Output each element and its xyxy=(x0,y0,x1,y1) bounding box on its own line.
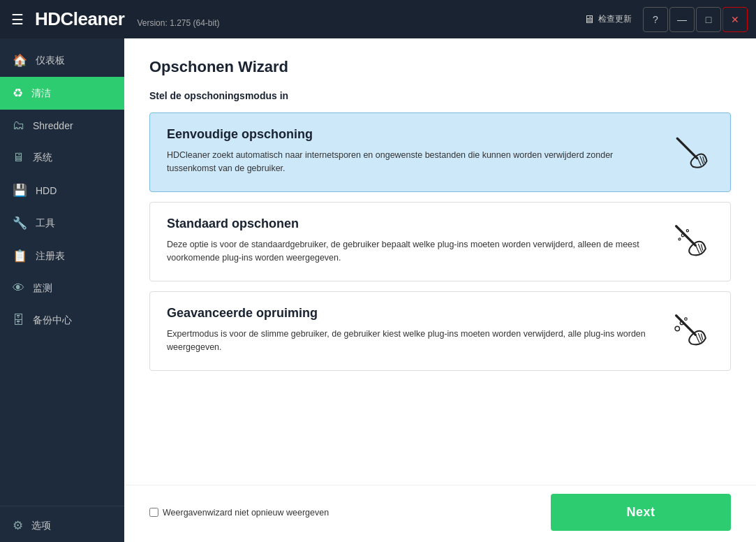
backup-icon: 🗄 xyxy=(13,314,24,328)
titlebar-right: 🖥 检查更新 ? — □ ✕ xyxy=(578,7,748,32)
option-advanced-desc: Expertmodus is voor de slimme gebruiker,… xyxy=(167,328,652,354)
option-standard-title: Standaard opschonen xyxy=(167,217,652,231)
close-button[interactable]: ✕ xyxy=(722,7,748,32)
options-icon: ⚙ xyxy=(13,518,23,533)
svg-point-8 xyxy=(681,233,684,236)
sidebar-label-clean: 清洁 xyxy=(31,87,51,100)
sidebar-item-hdd[interactable]: 💾 HDD xyxy=(0,174,124,207)
advanced-broom-icon xyxy=(663,306,713,356)
system-icon: 🖥 xyxy=(13,151,24,165)
app-body: 🏠 仪表板 ♻ 清洁 🗂 Shredder 🖥 系统 💾 HDD 🔧 工具 📋 … xyxy=(0,38,756,542)
no-wizard-checkbox[interactable] xyxy=(149,508,158,517)
sidebar-label-dashboard: 仪表板 xyxy=(36,54,65,67)
sidebar-item-monitor[interactable]: 👁 监测 xyxy=(0,272,124,305)
sidebar-item-shredder[interactable]: 🗂 Shredder xyxy=(0,110,124,142)
option-card-advanced[interactable]: Geavanceerde opruiming Expertmodus is vo… xyxy=(149,291,731,371)
sidebar-item-options[interactable]: ⚙ 选项 xyxy=(0,509,124,542)
tools-icon: 🔧 xyxy=(13,216,27,230)
no-wizard-checkbox-label[interactable]: Weergavenwizard niet opnieuw weergeven xyxy=(149,508,329,518)
option-simple-title: Eenvoudige opschoning xyxy=(167,127,652,142)
option-standard-desc: Deze optie is voor de standaardgebruiker… xyxy=(167,238,652,265)
simple-broom-icon xyxy=(663,127,713,177)
sidebar-item-tools[interactable]: 🔧 工具 xyxy=(0,207,124,240)
titlebar-left: ☰ HDCleaner Version: 1.275 (64-bit) xyxy=(8,8,220,31)
svg-point-10 xyxy=(679,237,681,240)
app-version: Version: 1.275 (64-bit) xyxy=(137,18,219,28)
sidebar-bottom: ⚙ 选项 xyxy=(0,506,124,542)
sidebar-label-monitor: 监测 xyxy=(33,282,52,295)
sidebar-item-dashboard[interactable]: 🏠 仪表板 xyxy=(0,44,124,77)
standard-broom-icon xyxy=(663,217,713,267)
option-card-standard[interactable]: Standaard opschonen Deze optie is voor d… xyxy=(149,202,731,281)
monitor-sidebar-icon: 👁 xyxy=(13,281,24,295)
monitor-icon: 🖥 xyxy=(584,13,595,26)
sidebar-item-clean[interactable]: ♻ 清洁 xyxy=(0,77,124,110)
sidebar: 🏠 仪表板 ♻ 清洁 🗂 Shredder 🖥 系统 💾 HDD 🔧 工具 📋 … xyxy=(0,38,124,542)
titlebar: ☰ HDCleaner Version: 1.275 (64-bit) 🖥 检查… xyxy=(0,0,756,38)
menu-icon[interactable]: ☰ xyxy=(8,8,27,31)
sidebar-label-registry: 注册表 xyxy=(36,250,65,263)
main-content: Opschonen Wizard Stel de opschoningsmodu… xyxy=(124,38,756,485)
home-icon: 🏠 xyxy=(13,53,27,68)
app-name: HDCleaner xyxy=(35,8,124,30)
svg-line-0 xyxy=(677,138,697,158)
clean-icon: ♻ xyxy=(13,86,23,101)
option-simple-desc: HDCleaner zoekt automatisch naar interne… xyxy=(167,149,652,175)
hdd-icon: 💾 xyxy=(13,183,27,198)
main-footer: Weergavenwizard niet opnieuw weergeven N… xyxy=(124,485,756,542)
main-area: Opschonen Wizard Stel de opschoningsmodu… xyxy=(124,38,756,542)
sidebar-item-registry[interactable]: 📋 注册表 xyxy=(0,240,124,272)
sidebar-label-system: 系统 xyxy=(33,152,52,164)
next-button[interactable]: Next xyxy=(551,494,731,531)
sidebar-label-shredder: Shredder xyxy=(33,120,73,131)
svg-line-14 xyxy=(701,333,702,339)
option-card-simple-text: Eenvoudige opschoning HDCleaner zoekt au… xyxy=(167,127,652,175)
sidebar-label-options: 选项 xyxy=(31,520,51,532)
sidebar-label-tools: 工具 xyxy=(36,217,55,230)
maximize-button[interactable]: □ xyxy=(696,7,721,32)
sidebar-item-system[interactable]: 🖥 系统 xyxy=(0,142,124,174)
option-card-simple[interactable]: Eenvoudige opschoning HDCleaner zoekt au… xyxy=(149,112,731,192)
help-button[interactable]: ? xyxy=(643,7,668,32)
wizard-subtitle: Stel de opschoningsmodus in xyxy=(149,90,731,101)
update-label: 检查更新 xyxy=(598,13,632,25)
sidebar-item-backup[interactable]: 🗄 备份中心 xyxy=(0,305,124,337)
sidebar-label-hdd: HDD xyxy=(36,185,57,196)
window-controls: ? — □ ✕ xyxy=(643,7,748,32)
sidebar-label-backup: 备份中心 xyxy=(33,314,72,327)
shredder-icon: 🗂 xyxy=(13,119,24,133)
option-card-advanced-text: Geavanceerde opruiming Expertmodus is vo… xyxy=(167,306,652,354)
svg-line-7 xyxy=(701,244,702,250)
svg-point-9 xyxy=(686,229,688,231)
svg-line-3 xyxy=(702,156,704,163)
svg-point-16 xyxy=(675,326,680,331)
minimize-button[interactable]: — xyxy=(669,7,695,32)
option-advanced-title: Geavanceerde opruiming xyxy=(167,306,652,321)
update-button[interactable]: 🖥 检查更新 xyxy=(578,10,637,29)
svg-line-4 xyxy=(676,226,695,245)
svg-point-17 xyxy=(684,317,687,320)
option-card-standard-text: Standaard opschonen Deze optie is voor d… xyxy=(167,217,652,265)
registry-icon: 📋 xyxy=(13,249,27,263)
svg-line-11 xyxy=(676,315,695,335)
wizard-title: Opschonen Wizard xyxy=(149,58,731,76)
no-wizard-label: Weergavenwizard niet opnieuw weergeven xyxy=(163,508,329,518)
